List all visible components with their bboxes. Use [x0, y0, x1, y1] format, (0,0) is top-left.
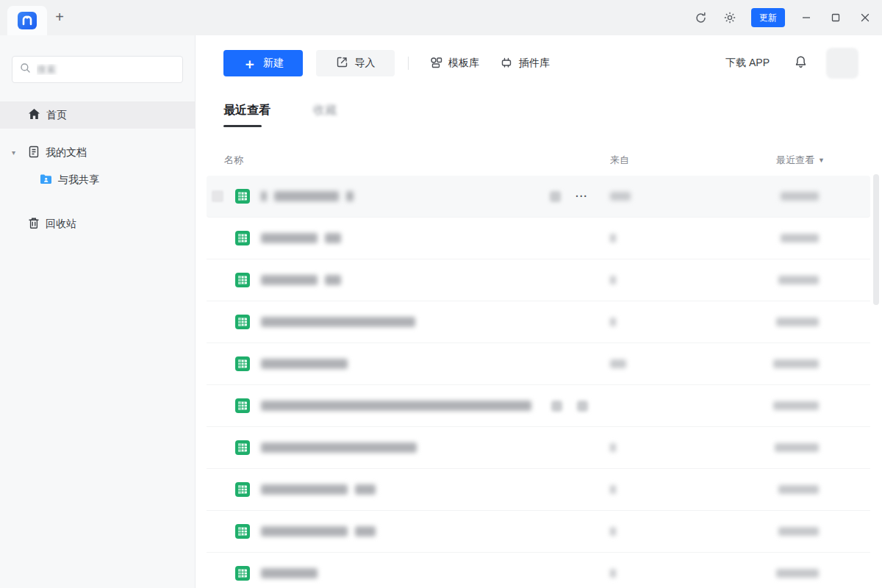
- redacted-title-segment: [261, 484, 348, 495]
- scrollbar[interactable]: [873, 174, 879, 305]
- row-date-redacted: [778, 527, 819, 536]
- sort-caret-icon: ▼: [818, 157, 825, 164]
- new-tab-button[interactable]: +: [51, 10, 68, 26]
- template-library-icon: [429, 56, 442, 71]
- row-origin-redacted: [610, 318, 616, 326]
- row-date-redacted: [778, 276, 819, 284]
- table-row[interactable]: [207, 511, 870, 553]
- new-button-label: 新建: [263, 57, 284, 70]
- spreadsheet-file-icon: [235, 524, 250, 539]
- table-row[interactable]: [207, 259, 870, 301]
- toolbar: ＋ 新建 导入: [223, 50, 858, 76]
- sidebar-nav: 首页 ▾ 我的文档: [0, 101, 195, 237]
- table-row[interactable]: [207, 343, 870, 385]
- table-row[interactable]: [207, 301, 870, 343]
- bell-icon[interactable]: [795, 55, 807, 71]
- row-checkbox[interactable]: [212, 190, 223, 202]
- redacted-title-segment: [325, 233, 341, 243]
- column-recent[interactable]: 最近查看 ▼: [772, 154, 870, 167]
- table-row[interactable]: [207, 218, 870, 259]
- update-button[interactable]: 更新: [751, 8, 785, 27]
- spreadsheet-file-icon: [235, 315, 250, 329]
- shared-folder-icon: [40, 173, 52, 187]
- import-button[interactable]: 导入: [316, 50, 395, 76]
- sidebar-item-label: 首页: [46, 109, 67, 122]
- row-title-redacted: [261, 484, 588, 495]
- main-content: ＋ 新建 导入: [196, 35, 882, 588]
- spreadsheet-file-icon: [235, 273, 250, 287]
- trash-icon: [28, 217, 40, 232]
- app-tab[interactable]: [7, 6, 47, 35]
- column-name[interactable]: 名称: [207, 154, 610, 167]
- redacted-title-segment: [261, 233, 318, 243]
- expand-caret-icon[interactable]: ▾: [12, 148, 15, 157]
- spreadsheet-file-icon: [235, 398, 250, 413]
- sidebar-item-label: 我的文档: [46, 146, 87, 159]
- row-origin-redacted: [610, 569, 616, 578]
- row-origin-redacted: [610, 234, 616, 243]
- redacted-title-segment: [261, 275, 318, 285]
- window-controls: 更新: [692, 0, 873, 35]
- redacted-title-segment: [261, 359, 348, 369]
- spreadsheet-file-icon: [235, 440, 250, 455]
- column-recent-label: 最近查看: [776, 154, 814, 167]
- table-header: 名称 来自 最近查看 ▼: [207, 145, 870, 176]
- minimize-icon[interactable]: [798, 10, 814, 26]
- row-title-redacted: [261, 275, 588, 285]
- sidebar: 首页 ▾ 我的文档: [0, 35, 196, 588]
- blurred-action-icon[interactable]: [577, 401, 588, 412]
- search-input[interactable]: [37, 64, 175, 75]
- table-row[interactable]: [207, 427, 870, 469]
- sidebar-item-shared-with-me[interactable]: 与我共享: [0, 166, 195, 193]
- maximize-icon[interactable]: [828, 10, 844, 26]
- row-origin-redacted: [610, 192, 631, 201]
- row-date-redacted: [781, 192, 819, 201]
- tab-recently-viewed[interactable]: 最近查看: [223, 103, 270, 127]
- search-box[interactable]: [12, 56, 183, 83]
- template-library-label: 模板库: [448, 57, 479, 70]
- row-date-redacted: [775, 443, 819, 452]
- redacted-title-segment: [325, 275, 341, 285]
- row-actions: ···: [550, 191, 588, 202]
- row-title-redacted: [261, 568, 588, 578]
- row-origin-redacted: [610, 443, 616, 452]
- app-logo-icon: [18, 12, 37, 29]
- more-actions-icon[interactable]: ···: [576, 191, 588, 201]
- spreadsheet-file-icon: [235, 189, 250, 204]
- redacted-title-segment: [261, 317, 415, 327]
- avatar[interactable]: [826, 48, 858, 79]
- download-app-link[interactable]: 下载 APP: [725, 57, 770, 70]
- row-date-redacted: [781, 234, 819, 243]
- table-row[interactable]: ···: [207, 176, 870, 218]
- row-title-redacted: [261, 317, 588, 327]
- blurred-action-icon[interactable]: [551, 401, 562, 412]
- column-origin[interactable]: 来自: [610, 154, 772, 167]
- title-bar: + 更新: [0, 0, 882, 35]
- redacted-title-segment: [261, 526, 348, 537]
- sidebar-item-recycle-bin[interactable]: 回收站: [0, 210, 195, 237]
- sidebar-item-label: 回收站: [46, 218, 76, 231]
- table-row[interactable]: [207, 469, 870, 511]
- table-row[interactable]: [207, 553, 870, 588]
- row-date-redacted: [773, 359, 819, 368]
- row-title-redacted: [261, 442, 588, 453]
- sidebar-item-my-documents[interactable]: ▾ 我的文档: [0, 139, 195, 166]
- table-row[interactable]: [207, 385, 870, 427]
- close-icon[interactable]: [857, 10, 873, 26]
- spreadsheet-file-icon: [235, 356, 250, 371]
- toolbar-divider: [408, 57, 409, 70]
- row-origin-redacted: [610, 276, 616, 284]
- plugin-library-button[interactable]: 插件库: [500, 56, 550, 71]
- document-icon: [28, 146, 40, 160]
- sidebar-item-home[interactable]: 首页: [0, 101, 195, 129]
- refresh-icon[interactable]: [692, 10, 709, 26]
- row-date-redacted: [776, 569, 819, 578]
- template-library-button[interactable]: 模板库: [429, 56, 479, 71]
- redacted-title-segment: [261, 191, 267, 201]
- plus-icon: ＋: [243, 57, 257, 71]
- tab-favorites[interactable]: 收藏: [313, 103, 337, 118]
- table-rows: ···: [207, 176, 870, 588]
- gear-icon[interactable]: [722, 10, 738, 26]
- blurred-action-icon[interactable]: [550, 191, 561, 202]
- new-button[interactable]: ＋ 新建: [223, 50, 303, 76]
